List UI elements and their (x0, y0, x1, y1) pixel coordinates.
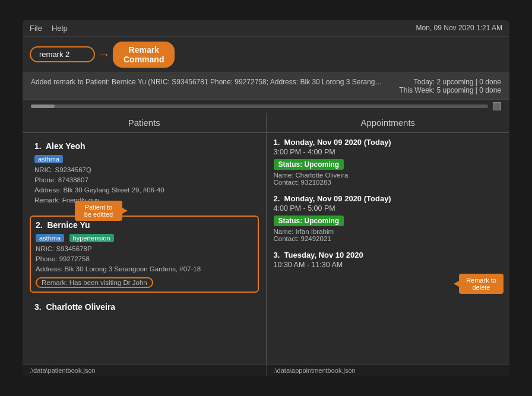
patient-item[interactable]: 1. Alex Yeoh asthma NRIC: S9234567Q Phon… (30, 138, 259, 210)
patient-address-2: Address: Blk 30 Lorong 3 Serangoon Garde… (36, 264, 253, 274)
scrollbar-thumb[interactable] (31, 104, 55, 108)
status-right: .\data\appointmentbook.json (267, 365, 510, 376)
patient-remark-highlighted: Remark: Has been visiting Dr John (36, 277, 153, 288)
tag-asthma-2: asthma (36, 234, 64, 242)
command-input[interactable]: remark 2 (30, 46, 95, 62)
patient-item-highlighted[interactable]: 2. Bernice Yu asthma hypertension NRIC: … (30, 216, 259, 293)
command-label: Remark Command (113, 42, 175, 68)
notification-text: Added remark to Patient: Bernice Yu (NRI… (31, 78, 382, 94)
patient-to-edit-tooltip: Patient to be editted (75, 201, 122, 221)
patient-name: 1. Alex Yeoh (34, 141, 254, 151)
app-window: File Help Mon, 09 Nov 2020 1:21 AM remar… (23, 20, 509, 376)
patient-phone-2: Phone: 99272758 (36, 254, 253, 264)
patients-header: Patients (23, 113, 266, 133)
appointments-list: 1. Monday, Nov 09 2020 (Today) 3:00 PM -… (267, 133, 510, 364)
patients-panel: Patient to be editted Patients 1. Alex Y… (23, 113, 267, 364)
appt-date-2: 2. Monday, Nov 09 2020 (Today) (274, 194, 503, 203)
scrollbar-end (493, 102, 501, 110)
menu-bar: File Help Mon, 09 Nov 2020 1:21 AM (23, 20, 509, 37)
appt-contact-2: Contact: 92492021 (274, 235, 503, 242)
patient-name-2: 2. Bernice Yu (36, 220, 253, 230)
tag-hypertension: hypertension (69, 234, 114, 242)
appointments-header: Appointments (267, 113, 510, 133)
menu-items: File Help (30, 24, 68, 33)
appt-info-1: Name: Charlotte Oliveira Contact: 932102… (274, 172, 503, 186)
appointments-panel: Remark to delete Appointments 1. Monday,… (267, 113, 510, 364)
menu-file[interactable]: File (30, 24, 42, 33)
appt-date-1: 1. Monday, Nov 09 2020 (Today) (274, 138, 503, 147)
status-bar: .\data\patientbook.json .\data\appointme… (23, 364, 509, 376)
tag-asthma: asthma (34, 155, 63, 163)
patient-tags-2: asthma hypertension (36, 232, 253, 244)
scrollbar-area (23, 100, 509, 113)
patient-info: NRIC: S9234567Q Phone: 87438807 Address:… (34, 165, 254, 206)
notification-right: Today: 2 upcoming | 0 done This Week: 5 … (382, 78, 501, 94)
appt-time-1: 3:00 PM - 4:00 PM (274, 148, 503, 156)
menu-help[interactable]: Help (52, 24, 68, 33)
appt-name-2: Name: Irfan Ibrahim (274, 228, 503, 235)
appt-time-3: 10:30 AM - 11:30 AM (274, 261, 503, 269)
appointment-item-2: 2. Monday, Nov 09 2020 (Today) 4:00 PM -… (274, 194, 503, 242)
appt-date-3: 3. Tuesday, Nov 10 2020 (274, 251, 503, 259)
scrollbar-track (31, 104, 488, 108)
patient-phone: Phone: 87438807 (34, 175, 254, 185)
patients-list: 1. Alex Yeoh asthma NRIC: S9234567Q Phon… (23, 133, 266, 364)
appt-time-2: 4:00 PM - 5:00 PM (274, 204, 503, 213)
today-stat: Today: 2 upcoming | 0 done (388, 78, 501, 86)
patient-item-3[interactable]: 3. Charlotte Oliveira (30, 299, 259, 318)
remark-to-delete-tooltip: Remark to delete (459, 274, 504, 294)
notification-bar: Added remark to Patient: Bernice Yu (NRI… (23, 73, 509, 100)
appt-info-2: Name: Irfan Ibrahim Contact: 92492021 (274, 228, 503, 242)
patient-nric: NRIC: S9234567Q (34, 165, 254, 175)
appt-name-1: Name: Charlotte Oliveira (274, 172, 503, 179)
appointment-item-1: 1. Monday, Nov 09 2020 (Today) 3:00 PM -… (274, 138, 503, 186)
week-stat: This Week: 5 upcoming | 0 done (388, 86, 501, 94)
patient-tags: asthma (34, 153, 254, 165)
appointment-item-3: 3. Tuesday, Nov 10 2020 10:30 AM - 11:30… (274, 251, 503, 269)
appt-status-1: Status: Upcoming (274, 159, 344, 170)
patient-address: Address: Blk 30 Geylang Street 29, #06-4… (34, 185, 254, 195)
appt-status-2: Status: Upcoming (274, 216, 344, 226)
command-bar: remark 2 → Remark Command (23, 37, 509, 73)
appt-contact-1: Contact: 93210283 (274, 179, 503, 186)
patient-info-2: NRIC: S9345678P Phone: 99272758 Address:… (36, 244, 253, 275)
patient-name-3: 3. Charlotte Oliveira (34, 302, 254, 312)
patient-nric-2: NRIC: S9345678P (36, 244, 253, 254)
menu-timestamp: Mon, 09 Nov 2020 1:21 AM (416, 24, 502, 32)
patient-remark: Remark: Friendly guy (34, 195, 254, 205)
arrow-icon: → (97, 47, 110, 62)
main-content: Patient to be editted Patients 1. Alex Y… (23, 113, 509, 364)
status-left: .\data\patientbook.json (23, 365, 267, 376)
